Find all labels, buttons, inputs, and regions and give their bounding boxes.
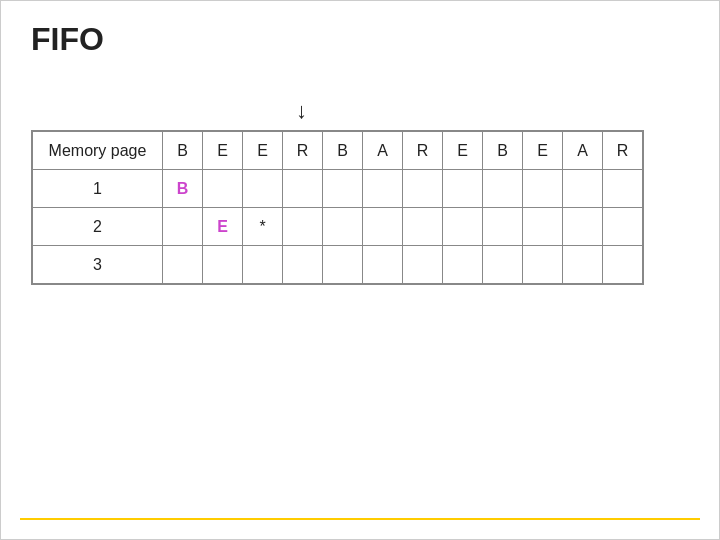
- header-seq-0: B: [163, 132, 203, 170]
- row2-cell-1: E: [203, 208, 243, 246]
- row3-cell-9: [523, 246, 563, 284]
- row2-cell-0: [163, 208, 203, 246]
- row2-cell-7: [443, 208, 483, 246]
- row3-cell-4: [323, 246, 363, 284]
- row3-cell-8: [483, 246, 523, 284]
- bottom-line-decoration: [20, 518, 700, 520]
- row1-cell-1: [203, 170, 243, 208]
- row1-cell-2: [243, 170, 283, 208]
- row1-cell-11: [603, 170, 643, 208]
- memory-table-wrapper: Memory page B E E R B A R E B E A R 1: [31, 130, 644, 285]
- header-seq-3: R: [283, 132, 323, 170]
- header-seq-6: R: [403, 132, 443, 170]
- page-title: FIFO: [31, 21, 689, 58]
- row1-cell-10: [563, 170, 603, 208]
- header-seq-7: E: [443, 132, 483, 170]
- row3-cell-7: [443, 246, 483, 284]
- row2-cell-11: [603, 208, 643, 246]
- row2-cell-8: [483, 208, 523, 246]
- row1-cell-5: [363, 170, 403, 208]
- header-seq-8: B: [483, 132, 523, 170]
- down-arrow-icon: ↓: [296, 98, 307, 123]
- memory-table: Memory page B E E R B A R E B E A R 1: [32, 131, 643, 284]
- row2-cell-9: [523, 208, 563, 246]
- row3-cell-11: [603, 246, 643, 284]
- row3-cell-1: [203, 246, 243, 284]
- content-area: ↓ Memory page B E E R B A R E B E A: [31, 98, 689, 519]
- row3-cell-0: [163, 246, 203, 284]
- header-seq-4: B: [323, 132, 363, 170]
- arrow-container: ↓: [296, 98, 307, 124]
- row1-cell-9: [523, 170, 563, 208]
- page-container: FIFO ↓ Memory page B E E R B A R E B E: [0, 0, 720, 540]
- row2-label: 2: [33, 208, 163, 246]
- header-seq-2: E: [243, 132, 283, 170]
- row3-cell-5: [363, 246, 403, 284]
- header-seq-9: E: [523, 132, 563, 170]
- row2-cell-10: [563, 208, 603, 246]
- row1-cell-8: [483, 170, 523, 208]
- table-row: 3: [33, 246, 643, 284]
- row1-cell-6: [403, 170, 443, 208]
- table-header-row: Memory page B E E R B A R E B E A R: [33, 132, 643, 170]
- header-seq-1: E: [203, 132, 243, 170]
- row1-label: 1: [33, 170, 163, 208]
- header-seq-11: R: [603, 132, 643, 170]
- row2-cell-2: *: [243, 208, 283, 246]
- row1-cell-3: [283, 170, 323, 208]
- header-label: Memory page: [33, 132, 163, 170]
- row1-cell-0: B: [163, 170, 203, 208]
- row3-cell-10: [563, 246, 603, 284]
- header-seq-10: A: [563, 132, 603, 170]
- row3-cell-3: [283, 246, 323, 284]
- row3-cell-6: [403, 246, 443, 284]
- table-row: 1 B: [33, 170, 643, 208]
- row2-cell-3: [283, 208, 323, 246]
- table-row: 2 E *: [33, 208, 643, 246]
- header-seq-5: A: [363, 132, 403, 170]
- row1-cell-4: [323, 170, 363, 208]
- row2-cell-4: [323, 208, 363, 246]
- row1-cell-7: [443, 170, 483, 208]
- row2-cell-5: [363, 208, 403, 246]
- row3-cell-2: [243, 246, 283, 284]
- row3-label: 3: [33, 246, 163, 284]
- row2-cell-6: [403, 208, 443, 246]
